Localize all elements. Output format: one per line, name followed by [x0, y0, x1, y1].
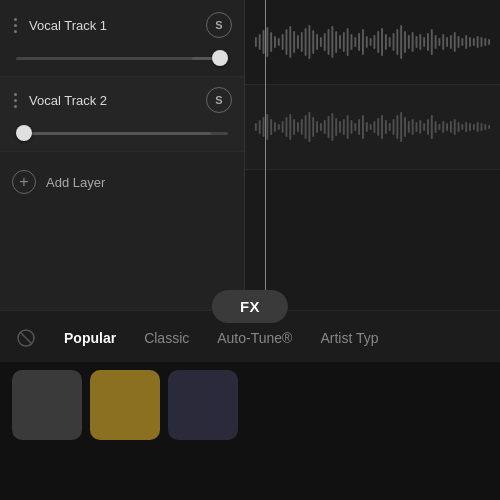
track-1-name: Vocal Track 1 — [29, 18, 107, 33]
svg-rect-17 — [320, 37, 322, 47]
svg-rect-78 — [316, 121, 318, 133]
waveform-svg-1 — [253, 12, 492, 72]
tab-classic[interactable]: Classic — [130, 326, 203, 350]
fx-button[interactable]: FX — [212, 290, 288, 323]
svg-rect-20 — [331, 26, 333, 58]
track-1-slider[interactable] — [12, 48, 232, 68]
svg-rect-123 — [488, 125, 490, 129]
svg-rect-22 — [339, 35, 341, 49]
track-2-solo-button[interactable]: S — [206, 87, 232, 113]
track-1-solo-button[interactable]: S — [206, 12, 232, 38]
svg-rect-112 — [446, 123, 448, 131]
svg-rect-79 — [320, 123, 322, 131]
svg-rect-6 — [278, 38, 280, 46]
svg-rect-105 — [419, 120, 421, 134]
svg-rect-102 — [408, 121, 410, 133]
svg-rect-62 — [255, 123, 257, 131]
svg-rect-95 — [381, 115, 383, 139]
preset-card-2[interactable] — [90, 370, 160, 440]
svg-rect-38 — [400, 25, 402, 59]
svg-rect-40 — [408, 35, 410, 49]
svg-rect-59 — [481, 37, 483, 47]
track-1-slider-thumb[interactable] — [212, 50, 228, 66]
tab-popular[interactable]: Popular — [50, 326, 130, 350]
svg-rect-11 — [297, 35, 299, 49]
preset-card-1[interactable] — [12, 370, 82, 440]
svg-rect-85 — [343, 119, 345, 135]
waveform-area — [245, 0, 500, 310]
playhead — [265, 0, 266, 310]
tab-artisttyp[interactable]: Artist Typ — [306, 326, 392, 350]
svg-rect-63 — [259, 120, 261, 134]
svg-rect-73 — [297, 122, 299, 132]
track-2-header: Vocal Track 2 S — [12, 87, 232, 113]
svg-rect-24 — [347, 28, 349, 56]
svg-rect-93 — [373, 121, 375, 133]
svg-rect-3 — [266, 27, 268, 57]
svg-rect-82 — [331, 113, 333, 141]
track-controls-panel: Vocal Track 1 S — [0, 0, 245, 310]
track-1-menu[interactable] — [12, 16, 19, 35]
svg-rect-37 — [396, 29, 398, 55]
svg-rect-54 — [461, 38, 463, 46]
track-row-2: Vocal Track 2 S — [0, 77, 244, 152]
track-2-slider-fill — [16, 132, 211, 135]
svg-rect-51 — [450, 35, 452, 49]
dot — [14, 93, 17, 96]
track-2-menu[interactable] — [12, 91, 19, 110]
svg-rect-72 — [293, 119, 295, 135]
svg-rect-108 — [431, 115, 433, 139]
svg-rect-42 — [416, 36, 418, 48]
tab-autotune[interactable]: Auto-Tune® — [203, 326, 306, 350]
svg-line-125 — [20, 332, 32, 344]
svg-rect-68 — [278, 124, 280, 130]
svg-rect-10 — [293, 31, 295, 53]
svg-rect-103 — [412, 119, 414, 135]
svg-rect-91 — [366, 122, 368, 132]
svg-rect-119 — [473, 124, 475, 130]
svg-rect-13 — [305, 28, 307, 56]
svg-rect-83 — [335, 118, 337, 136]
add-layer-button[interactable]: + Add Layer — [0, 152, 244, 212]
dot — [14, 24, 17, 27]
svg-rect-25 — [351, 34, 353, 50]
tracks-area: Vocal Track 1 S — [0, 0, 500, 310]
preset-card-3[interactable] — [168, 370, 238, 440]
svg-rect-53 — [458, 36, 460, 48]
track-row-1: Vocal Track 1 S — [0, 0, 244, 77]
track-2-slider-thumb[interactable] — [16, 125, 32, 141]
svg-rect-50 — [446, 37, 448, 47]
bottom-section: FX Popular Classic Auto-Tune® Artist Typ — [0, 310, 500, 500]
svg-rect-66 — [270, 119, 272, 135]
waveform-track-2 — [245, 85, 500, 170]
svg-rect-60 — [484, 38, 486, 46]
waveform-track-1 — [245, 0, 500, 85]
svg-rect-87 — [351, 120, 353, 134]
svg-rect-109 — [435, 121, 437, 133]
tab-disabled-icon[interactable] — [10, 322, 42, 354]
svg-rect-88 — [354, 123, 356, 131]
svg-rect-96 — [385, 120, 387, 134]
svg-rect-26 — [354, 37, 356, 47]
track-2-slider[interactable] — [12, 123, 232, 143]
svg-rect-84 — [339, 121, 341, 133]
svg-rect-99 — [396, 115, 398, 139]
track-2-slider-track — [16, 132, 228, 135]
svg-rect-41 — [412, 32, 414, 52]
svg-rect-21 — [335, 31, 337, 53]
svg-rect-65 — [266, 114, 268, 140]
svg-rect-49 — [442, 34, 444, 50]
svg-rect-52 — [454, 32, 456, 52]
app-container: Vocal Track 1 S — [0, 0, 500, 500]
svg-rect-47 — [435, 35, 437, 49]
svg-rect-39 — [404, 31, 406, 53]
svg-rect-104 — [416, 122, 418, 132]
svg-rect-33 — [381, 28, 383, 56]
svg-rect-117 — [465, 122, 467, 132]
svg-rect-74 — [301, 119, 303, 135]
svg-rect-77 — [312, 117, 314, 137]
svg-rect-16 — [316, 34, 318, 50]
svg-rect-90 — [362, 115, 364, 139]
svg-rect-70 — [286, 117, 288, 137]
svg-rect-111 — [442, 121, 444, 133]
